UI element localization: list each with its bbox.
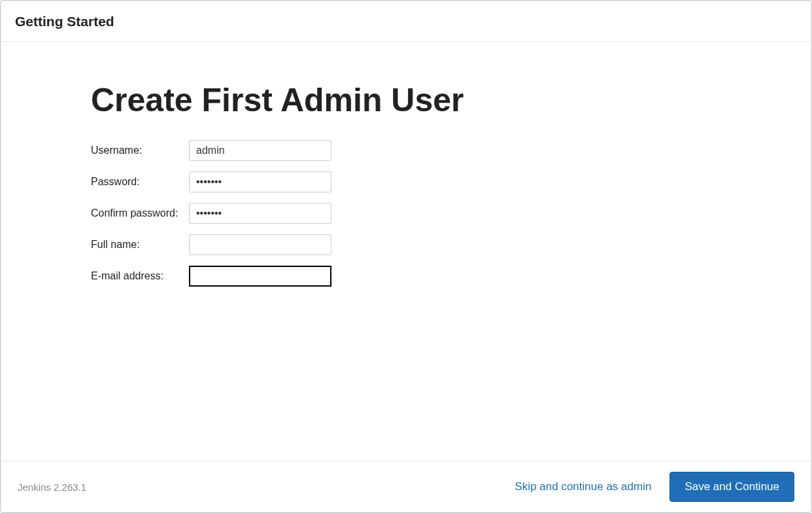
save-and-continue-button[interactable]: Save and Continue (669, 472, 794, 502)
row-confirm-password: Confirm password: (91, 203, 811, 224)
password-input[interactable] (189, 171, 331, 192)
page-title: Create First Admin User (91, 81, 811, 119)
row-password: Password: (91, 171, 811, 192)
username-input[interactable] (189, 140, 331, 161)
label-email: E-mail address: (91, 270, 189, 282)
footer: Jenkins 2.263.1 Skip and continue as adm… (1, 461, 811, 512)
version-text: Jenkins 2.263.1 (18, 482, 86, 493)
row-username: Username: (91, 140, 811, 161)
label-password: Password: (91, 176, 189, 188)
email-input[interactable] (189, 266, 331, 287)
header: Getting Started (1, 1, 811, 42)
label-username: Username: (91, 145, 189, 156)
row-email: E-mail address: (91, 266, 811, 287)
setup-window: Getting Started Create First Admin User … (0, 0, 812, 513)
full-name-input[interactable] (189, 234, 331, 255)
header-title: Getting Started (15, 14, 797, 29)
skip-button[interactable]: Skip and continue as admin (515, 480, 652, 493)
confirm-password-input[interactable] (189, 203, 331, 224)
label-confirm-password: Confirm password: (91, 207, 189, 219)
content: Create First Admin User Username: Passwo… (1, 42, 811, 461)
label-full-name: Full name: (91, 239, 189, 251)
row-full-name: Full name: (91, 234, 811, 255)
